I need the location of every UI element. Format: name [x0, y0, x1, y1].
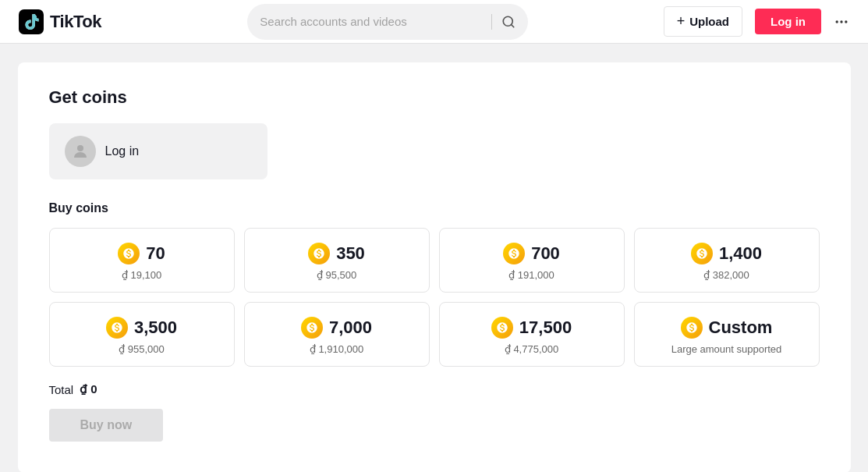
- search-bar: [112, 4, 664, 40]
- main-content: Get coins Log in Buy coins 70 ₫ 19,100: [5, 44, 863, 472]
- tiktok-logo[interactable]: TikTok: [19, 9, 112, 34]
- svg-point-6: [77, 145, 83, 151]
- coin-amount-row: Custom: [681, 317, 773, 339]
- coin-custom-subtitle: Large amount supported: [671, 343, 782, 355]
- coin-price-70: ₫ 19,100: [122, 269, 161, 281]
- coin-amount-70: 70: [146, 243, 165, 264]
- coin-package-70[interactable]: 70 ₫ 19,100: [49, 228, 235, 293]
- total-row: Total ₫ 0: [49, 382, 820, 396]
- coin-amount-row: 700: [503, 243, 560, 264]
- header-actions: + Upload Log in: [664, 6, 849, 37]
- coin-amount-3500: 3,500: [134, 318, 177, 338]
- coin-price-1400: ₫ 382,000: [703, 269, 749, 281]
- coin-package-custom[interactable]: Custom Large amount supported: [634, 302, 820, 367]
- coin-amount-17500: 17,500: [519, 318, 572, 338]
- upload-label: Upload: [689, 15, 729, 28]
- avatar-icon: [71, 142, 90, 161]
- login-button[interactable]: Log in: [755, 9, 821, 34]
- coin-price-3500: ₫ 955,000: [119, 343, 165, 355]
- coin-icon: [301, 317, 323, 339]
- coin-icon: [106, 317, 128, 339]
- coins-grid: 70 ₫ 19,100 350 ₫ 95,500 700: [49, 228, 820, 367]
- svg-point-4: [840, 20, 842, 23]
- coin-amount-row: 3,500: [106, 317, 177, 339]
- search-input[interactable]: [260, 15, 482, 28]
- svg-rect-0: [19, 9, 44, 34]
- coin-amount-row: 7,000: [301, 317, 372, 339]
- coin-price-700: ₫ 191,000: [508, 269, 554, 281]
- coin-price-350: ₫ 95,500: [317, 269, 356, 281]
- coin-icon: [503, 243, 525, 264]
- coin-icon: [691, 243, 713, 264]
- login-section-label: Log in: [105, 144, 140, 158]
- coin-package-1400[interactable]: 1,400 ₫ 382,000: [634, 228, 820, 293]
- tiktok-logo-icon: [19, 9, 44, 34]
- avatar: [65, 136, 96, 167]
- coin-amount-700: 700: [531, 243, 560, 264]
- search-button[interactable]: [501, 15, 515, 29]
- coin-price-17500: ₫ 4,775,000: [505, 343, 558, 355]
- coin-icon: [118, 243, 140, 264]
- coin-amount-custom: Custom: [709, 318, 773, 338]
- ellipsis-icon: [834, 14, 849, 30]
- buy-now-button[interactable]: Buy now: [49, 409, 164, 442]
- coin-amount-7000: 7,000: [329, 318, 372, 338]
- coin-package-17500[interactable]: 17,500 ₫ 4,775,000: [439, 302, 625, 367]
- coin-amount-1400: 1,400: [719, 243, 762, 264]
- upload-button[interactable]: + Upload: [664, 6, 742, 37]
- coin-icon: [308, 243, 330, 264]
- plus-icon: +: [677, 13, 686, 30]
- page-title: Get coins: [49, 87, 820, 108]
- coin-package-700[interactable]: 700 ₫ 191,000: [439, 228, 625, 293]
- login-section[interactable]: Log in: [49, 123, 267, 179]
- coin-icon: [491, 317, 513, 339]
- search-icon: [501, 15, 515, 29]
- get-coins-card: Get coins Log in Buy coins 70 ₫ 19,100: [18, 62, 851, 472]
- svg-point-5: [845, 20, 847, 23]
- coin-package-350[interactable]: 350 ₫ 95,500: [244, 228, 430, 293]
- header: TikTok + Upload Log in: [0, 0, 868, 44]
- coin-package-7000[interactable]: 7,000 ₫ 1,910,000: [244, 302, 430, 367]
- coin-icon: [681, 317, 703, 339]
- coin-amount-350: 350: [336, 243, 365, 264]
- coin-amount-row: 17,500: [491, 317, 572, 339]
- logo-text: TikTok: [50, 12, 101, 32]
- buy-coins-title: Buy coins: [49, 201, 820, 215]
- total-value: ₫ 0: [80, 382, 97, 396]
- more-options-button[interactable]: [834, 14, 849, 30]
- coin-price-7000: ₫ 1,910,000: [310, 343, 363, 355]
- coin-amount-row: 350: [308, 243, 365, 264]
- total-label: Total: [49, 383, 74, 396]
- svg-line-2: [512, 24, 514, 27]
- search-divider: [491, 14, 492, 30]
- svg-point-3: [836, 20, 838, 23]
- coin-amount-row: 1,400: [691, 243, 762, 264]
- coin-amount-row: 70: [118, 243, 165, 264]
- coin-package-3500[interactable]: 3,500 ₫ 955,000: [49, 302, 235, 367]
